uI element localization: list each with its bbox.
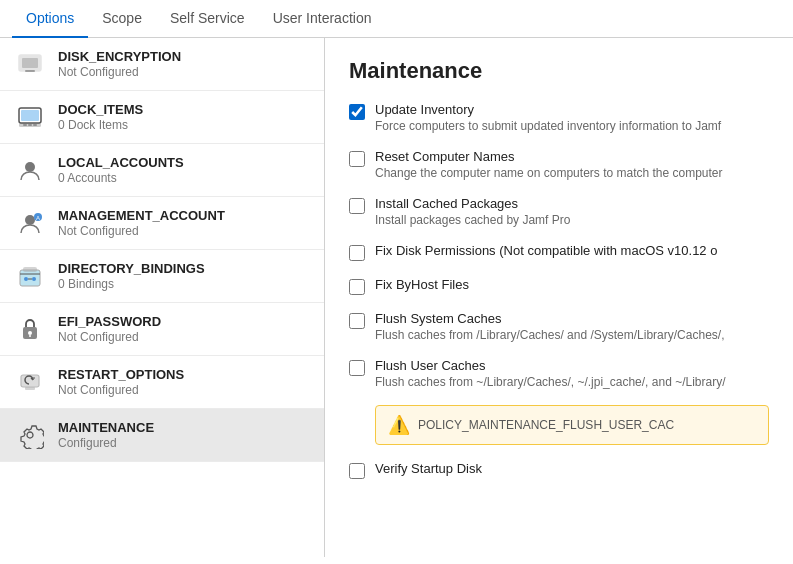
checkbox-fix-disk-permissions[interactable] <box>349 245 365 261</box>
svg-point-23 <box>27 432 33 438</box>
sidebar: DISK_ENCRYPTION Not Configured DOCK_ITEM… <box>0 38 325 557</box>
disk-encryption-icon <box>14 48 46 80</box>
checkbox-flush-user-caches[interactable] <box>349 360 365 376</box>
svg-rect-4 <box>21 110 39 121</box>
tab-self-service[interactable]: Self Service <box>156 0 259 38</box>
checkbox-row-flush-user-caches: Flush User Caches Flush caches from ~/Li… <box>349 358 769 389</box>
fix-byhost-files-label: Fix ByHost Files <box>375 277 469 292</box>
checkbox-row-update-inventory: Update Inventory Force computers to subm… <box>349 102 769 133</box>
verify-startup-label: Verify Startup Disk <box>375 461 482 476</box>
disk-encryption-title: DISK_ENCRYPTION <box>58 49 181 64</box>
sidebar-item-restart-options[interactable]: RESTART_OPTIONS Not Configured <box>0 356 324 409</box>
checkbox-row-fix-byhost-files: Fix ByHost Files <box>349 277 769 295</box>
dock-items-icon <box>14 101 46 133</box>
flush-system-caches-label: Flush System Caches <box>375 311 724 326</box>
svg-point-19 <box>28 331 32 335</box>
efi-password-subtitle: Not Configured <box>58 330 161 344</box>
svg-rect-1 <box>22 58 38 68</box>
checkbox-row-install-cached-packages: Install Cached Packages Install packages… <box>349 196 769 227</box>
efi-password-icon <box>14 313 46 345</box>
sidebar-item-management-account[interactable]: A MANAGEMENT_ACCOUNT Not Configured <box>0 197 324 250</box>
management-account-subtitle: Not Configured <box>58 224 225 238</box>
checkbox-row-fix-disk-permissions: Fix Disk Permissions (Not compatible wit… <box>349 243 769 261</box>
restart-options-title: RESTART_OPTIONS <box>58 367 184 382</box>
update-inventory-label: Update Inventory <box>375 102 721 117</box>
svg-rect-2 <box>25 70 35 72</box>
checkbox-reset-computer-names[interactable] <box>349 151 365 167</box>
local-accounts-subtitle: 0 Accounts <box>58 171 184 185</box>
tab-options[interactable]: Options <box>12 0 88 38</box>
install-cached-packages-label: Install Cached Packages <box>375 196 570 211</box>
maintenance-subtitle: Configured <box>58 436 154 450</box>
svg-point-16 <box>32 277 36 281</box>
sidebar-item-local-accounts[interactable]: LOCAL_ACCOUNTS 0 Accounts <box>0 144 324 197</box>
checkbox-row-reset-computer-names: Reset Computer Names Change the computer… <box>349 149 769 180</box>
management-account-title: MANAGEMENT_ACCOUNT <box>58 208 225 223</box>
checkbox-verify-startup[interactable] <box>349 463 365 479</box>
local-accounts-icon <box>14 154 46 186</box>
svg-rect-8 <box>33 124 37 126</box>
warning-text: POLICY_MAINTENANCE_FLUSH_USER_CAC <box>418 418 674 432</box>
directory-bindings-icon <box>14 260 46 292</box>
directory-bindings-title: DIRECTORY_BINDINGS <box>58 261 205 276</box>
sidebar-item-directory-bindings[interactable]: DIRECTORY_BINDINGS 0 Bindings <box>0 250 324 303</box>
sidebar-item-maintenance[interactable]: MAINTENANCE Configured <box>0 409 324 462</box>
sidebar-item-disk-encryption[interactable]: DISK_ENCRYPTION Not Configured <box>0 38 324 91</box>
flush-system-caches-desc: Flush caches from /Library/Caches/ and /… <box>375 328 724 342</box>
svg-point-10 <box>25 215 35 225</box>
restart-options-subtitle: Not Configured <box>58 383 184 397</box>
tab-bar: Options Scope Self Service User Interact… <box>0 0 793 38</box>
checkbox-flush-system-caches[interactable] <box>349 313 365 329</box>
svg-point-9 <box>25 162 35 172</box>
local-accounts-title: LOCAL_ACCOUNTS <box>58 155 184 170</box>
dock-items-subtitle: 0 Dock Items <box>58 118 143 132</box>
maintenance-title: MAINTENANCE <box>58 420 154 435</box>
svg-point-15 <box>24 277 28 281</box>
tab-user-interaction[interactable]: User Interaction <box>259 0 386 38</box>
svg-rect-22 <box>25 387 35 390</box>
svg-text:A: A <box>36 215 40 221</box>
checkbox-fix-byhost-files[interactable] <box>349 279 365 295</box>
checkbox-row-flush-system-caches: Flush System Caches Flush caches from /L… <box>349 311 769 342</box>
svg-rect-7 <box>28 124 32 126</box>
maintenance-icon <box>14 419 46 451</box>
reset-computer-names-desc: Change the computer name on computers to… <box>375 166 723 180</box>
flush-user-caches-label: Flush User Caches <box>375 358 726 373</box>
svg-rect-14 <box>23 267 37 272</box>
fix-disk-permissions-label: Fix Disk Permissions (Not compatible wit… <box>375 243 717 258</box>
sidebar-item-efi-password[interactable]: EFI_PASSWORD Not Configured <box>0 303 324 356</box>
checkbox-update-inventory[interactable] <box>349 104 365 120</box>
reset-computer-names-label: Reset Computer Names <box>375 149 723 164</box>
dock-items-title: DOCK_ITEMS <box>58 102 143 117</box>
content-area: Maintenance Update Inventory Force compu… <box>325 38 793 557</box>
efi-password-title: EFI_PASSWORD <box>58 314 161 329</box>
warning-icon: ⚠️ <box>388 414 410 436</box>
management-account-icon: A <box>14 207 46 239</box>
checkbox-install-cached-packages[interactable] <box>349 198 365 214</box>
svg-rect-13 <box>20 270 40 286</box>
svg-rect-6 <box>23 124 27 126</box>
tab-scope[interactable]: Scope <box>88 0 156 38</box>
warning-banner: ⚠️ POLICY_MAINTENANCE_FLUSH_USER_CAC <box>375 405 769 445</box>
restart-options-icon <box>14 366 46 398</box>
directory-bindings-subtitle: 0 Bindings <box>58 277 205 291</box>
flush-user-caches-desc: Flush caches from ~/Library/Caches/, ~/.… <box>375 375 726 389</box>
main-layout: DISK_ENCRYPTION Not Configured DOCK_ITEM… <box>0 38 793 557</box>
update-inventory-desc: Force computers to submit updated invent… <box>375 119 721 133</box>
checkbox-row-verify-startup: Verify Startup Disk <box>349 461 769 479</box>
install-cached-packages-desc: Install packages cached by Jamf Pro <box>375 213 570 227</box>
sidebar-item-dock-items[interactable]: DOCK_ITEMS 0 Dock Items <box>0 91 324 144</box>
content-title: Maintenance <box>349 58 769 84</box>
disk-encryption-subtitle: Not Configured <box>58 65 181 79</box>
